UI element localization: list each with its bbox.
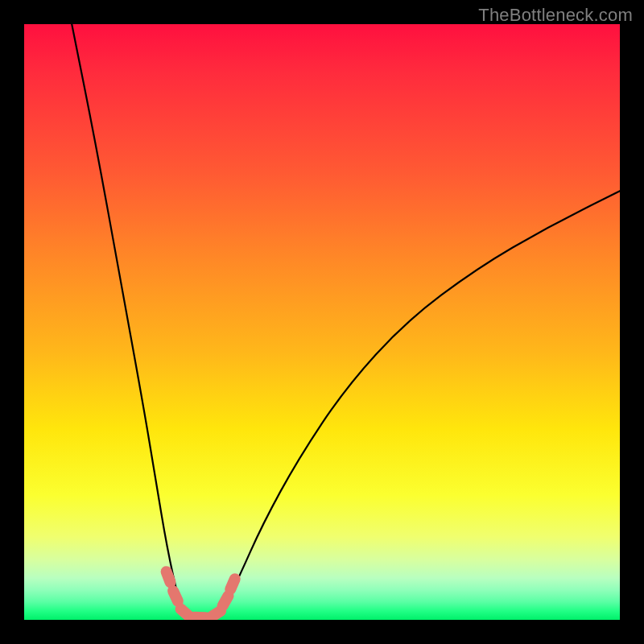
curve-left-branch (72, 24, 185, 614)
plot-area (24, 24, 620, 620)
chart-frame: TheBottleneck.com (0, 0, 644, 644)
bottleneck-curve-svg (24, 24, 620, 620)
curve-right-branch (221, 191, 620, 613)
trough-markers (159, 564, 242, 620)
watermark-text: TheBottleneck.com (478, 5, 633, 26)
curve-group (72, 24, 620, 620)
